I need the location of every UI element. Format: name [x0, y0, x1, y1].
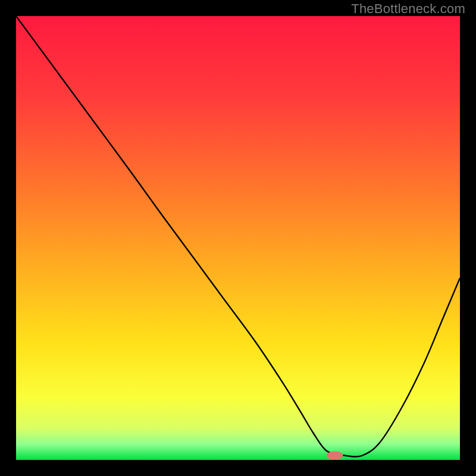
chart-frame: TheBottleneck.com [0, 0, 476, 476]
gradient-background [16, 16, 460, 460]
optimal-point-marker [327, 452, 343, 460]
bottleneck-chart [0, 0, 476, 476]
